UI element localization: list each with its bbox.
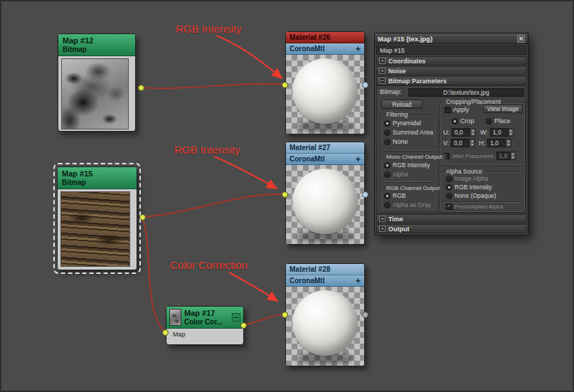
node-subtitle-bar[interactable]: CoronaMtl + bbox=[286, 43, 364, 55]
view-image-button[interactable]: View Image bbox=[483, 105, 523, 113]
rollout-time[interactable]: + Time bbox=[376, 214, 526, 223]
u-value[interactable]: 0,0 bbox=[452, 128, 470, 137]
radio-none-filtering[interactable]: None bbox=[384, 138, 408, 145]
h-spinner[interactable]: 1,0 bbox=[487, 139, 511, 147]
expand-icon[interactable]: + bbox=[356, 155, 361, 164]
spinner-arrows-icon[interactable] bbox=[470, 128, 476, 137]
wire-map17-to-mat28[interactable] bbox=[243, 314, 284, 325]
input-socket-mat26[interactable] bbox=[282, 82, 288, 88]
output-socket-mat27[interactable] bbox=[362, 191, 368, 198]
radio-icon[interactable] bbox=[384, 120, 390, 127]
spinner-arrows-icon[interactable] bbox=[509, 128, 514, 137]
u-spinner[interactable]: 0,0 bbox=[452, 128, 476, 137]
radio-icon[interactable] bbox=[486, 118, 492, 125]
node-map-15[interactable]: Map #15 Bitmap bbox=[57, 166, 137, 270]
node-material-26[interactable]: Material #26 CoronaMtl + bbox=[285, 31, 365, 134]
radio-pyramidal[interactable]: Pyramidal bbox=[384, 120, 421, 127]
v-value[interactable]: 0,0 bbox=[451, 139, 469, 147]
wire-map12-to-mat26[interactable] bbox=[141, 84, 284, 88]
material-name-field[interactable]: Map #15 bbox=[376, 46, 526, 55]
input-socket-mat27[interactable] bbox=[282, 191, 288, 198]
rollout-coordinates[interactable]: + Coordinates bbox=[376, 56, 526, 65]
expand-icon[interactable]: + bbox=[356, 277, 361, 285]
radio-icon[interactable] bbox=[384, 202, 390, 208]
input-socket-mat28[interactable] bbox=[282, 312, 288, 318]
checkbox-icon[interactable] bbox=[446, 203, 452, 210]
radio-image-alpha[interactable]: Image Alpha bbox=[446, 175, 488, 182]
jitter-value[interactable]: 1,0 bbox=[496, 152, 511, 160]
node-title-bar[interactable]: Material #26 bbox=[286, 32, 364, 43]
rollout-closed-icon[interactable]: + bbox=[379, 226, 386, 232]
node-map-12[interactable]: Map #12 Bitmap bbox=[58, 33, 136, 132]
material-preview bbox=[286, 55, 364, 134]
node-title-bar[interactable]: Material #27 bbox=[286, 142, 364, 154]
place-radio[interactable]: Place bbox=[486, 117, 511, 125]
rollout-closed-icon[interactable]: + bbox=[379, 58, 386, 64]
radio-icon[interactable] bbox=[446, 193, 452, 199]
radio-alpha-as-gray[interactable]: Alpha as Gray bbox=[384, 201, 431, 208]
radio-rgb-intensity-mono[interactable]: RGB Intensity bbox=[384, 161, 430, 169]
reload-button[interactable]: Reload bbox=[381, 100, 422, 109]
node-material-28[interactable]: Material #28 CoronaMtl + bbox=[285, 263, 365, 366]
collapse-icon[interactable]: − bbox=[232, 313, 240, 322]
rollout-noise[interactable]: + Noise bbox=[376, 66, 526, 75]
node-map-17[interactable]: Map #17 Color Cor... − Map bbox=[166, 306, 244, 345]
map-input-slot[interactable]: Map bbox=[166, 329, 243, 341]
radio-icon[interactable] bbox=[446, 176, 452, 182]
node-subtitle-bar[interactable]: CoronaMtl + bbox=[286, 275, 364, 287]
bitmap-thumbnail[interactable] bbox=[60, 191, 130, 267]
jitter-spinner[interactable]: 1,0 bbox=[496, 152, 516, 160]
input-socket-map17[interactable] bbox=[162, 329, 169, 336]
bitmap-thumbnail[interactable] bbox=[61, 58, 129, 129]
node-material-27[interactable]: Material #27 CoronaMtl + bbox=[285, 142, 365, 245]
bitmap-path-field[interactable]: D:\texture\tex.jpg bbox=[408, 88, 524, 97]
output-socket-map17[interactable] bbox=[240, 322, 247, 329]
checkbox-icon[interactable] bbox=[445, 107, 451, 113]
w-spinner[interactable]: 1,0 bbox=[490, 128, 514, 137]
spinner-arrows-icon[interactable] bbox=[469, 139, 475, 147]
radio-icon[interactable] bbox=[384, 162, 390, 169]
radio-icon[interactable] bbox=[384, 129, 390, 136]
radio-icon[interactable] bbox=[384, 171, 390, 178]
radio-icon[interactable] bbox=[446, 184, 452, 191]
output-socket-mat26[interactable] bbox=[362, 82, 368, 88]
node-header[interactable]: Map #17 Color Cor... − bbox=[166, 307, 243, 329]
radio-summed-area[interactable]: Summed Area bbox=[384, 129, 433, 136]
close-icon[interactable]: ✕ bbox=[517, 35, 525, 43]
rollout-open-icon[interactable]: − bbox=[379, 78, 386, 84]
apply-checkbox[interactable]: Apply bbox=[445, 106, 469, 113]
premultiplied-alpha-checkbox[interactable]: Premultiplied Alpha bbox=[446, 203, 503, 210]
slate-material-editor-canvas[interactable]: RGB Intensity RGB Intensity Color Correc… bbox=[0, 0, 574, 392]
output-socket-mat28[interactable] bbox=[362, 312, 368, 318]
rollout-label: Bitmap Parameters bbox=[388, 78, 447, 85]
jitter-placement-row[interactable]: Jitter Placement: 1,0 bbox=[443, 152, 516, 160]
radio-icon[interactable] bbox=[384, 139, 390, 145]
rollout-closed-icon[interactable]: + bbox=[379, 68, 386, 74]
panel-title-bar[interactable]: Map #15 (tex.jpg) ✕ bbox=[375, 33, 528, 44]
crop-radio[interactable]: Crop bbox=[452, 117, 474, 125]
radio-rgb[interactable]: RGB bbox=[384, 192, 405, 199]
output-socket-map15[interactable] bbox=[139, 214, 146, 221]
radio-none-opaque[interactable]: None (Opaque) bbox=[446, 192, 496, 199]
rollout-output[interactable]: + Output bbox=[376, 224, 526, 233]
radio-icon[interactable] bbox=[452, 118, 458, 125]
divider bbox=[443, 201, 522, 202]
node-header[interactable]: Map #12 Bitmap bbox=[58, 34, 135, 56]
v-spinner[interactable]: 0,0 bbox=[451, 139, 475, 147]
output-socket-map12[interactable] bbox=[138, 85, 144, 91]
wire-map15-to-map17[interactable] bbox=[142, 217, 165, 332]
radio-rgb-intensity-alpha[interactable]: RGB Intensity bbox=[446, 184, 491, 191]
radio-icon[interactable] bbox=[384, 193, 390, 199]
node-title-bar[interactable]: Material #28 bbox=[286, 264, 364, 275]
h-value[interactable]: 1,0 bbox=[487, 139, 506, 147]
spinner-arrows-icon[interactable] bbox=[511, 152, 516, 160]
node-header[interactable]: Map #15 Bitmap bbox=[58, 167, 137, 189]
spinner-arrows-icon[interactable] bbox=[506, 139, 511, 147]
w-value[interactable]: 1,0 bbox=[490, 128, 509, 137]
radio-alpha-mono[interactable]: Alpha bbox=[384, 171, 408, 178]
expand-icon[interactable]: + bbox=[356, 45, 361, 53]
rollout-bitmap-parameters[interactable]: − Bitmap Parameters bbox=[376, 76, 526, 85]
node-subtitle-bar[interactable]: CoronaMtl + bbox=[286, 154, 364, 165]
wire-map15-to-mat27[interactable] bbox=[142, 194, 284, 217]
rollout-closed-icon[interactable]: + bbox=[379, 216, 386, 222]
